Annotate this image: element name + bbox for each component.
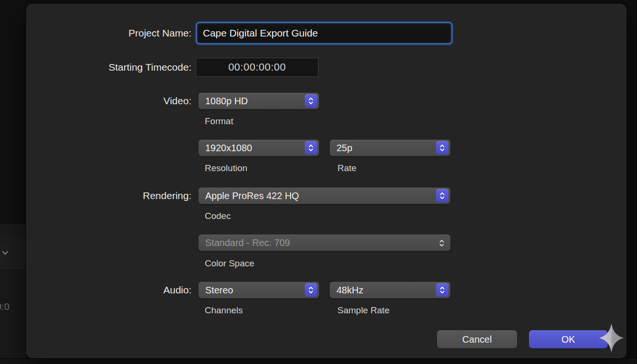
background-panel — [0, 241, 26, 269]
sample-rate-caption: Sample Rate — [337, 305, 390, 316]
codec-caption: Codec — [205, 211, 231, 221]
cancel-button[interactable]: Cancel — [437, 330, 517, 348]
ok-button[interactable]: OK — [529, 330, 608, 348]
codec-dropdown[interactable]: Apple ProRes 422 HQ — [198, 187, 451, 204]
starting-timecode-label: Starting Timecode: — [26, 58, 191, 77]
screen: 0:0 Project Name: Starting Timecode: 00:… — [0, 0, 637, 364]
project-settings-dialog: Project Name: Starting Timecode: 00:00:0… — [26, 4, 627, 358]
video-format-dropdown[interactable]: 1080p HD — [198, 92, 319, 109]
rate-value: 25p — [337, 140, 352, 156]
color-space-value: Standard - Rec. 709 — [205, 235, 290, 251]
background-partial-timecode: 0:0 — [0, 301, 25, 312]
resolution-dropdown[interactable]: 1920x1080 — [198, 139, 319, 156]
resolution-value: 1920x1080 — [205, 140, 252, 156]
rate-dropdown[interactable]: 25p — [329, 139, 451, 156]
stepper-icon — [436, 141, 448, 155]
codec-value: Apple ProRes 422 HQ — [205, 188, 299, 204]
video-label: Video: — [26, 92, 191, 109]
stepper-icon — [305, 283, 317, 297]
background-bottom-strip — [0, 358, 637, 364]
project-name-label: Project Name: — [26, 22, 191, 45]
audio-label: Audio: — [26, 282, 191, 299]
video-format-value: 1080p HD — [205, 93, 248, 109]
sample-rate-value: 48kHz — [337, 282, 364, 298]
format-caption: Format — [205, 116, 233, 127]
channels-caption: Channels — [205, 305, 243, 316]
background-panel: 0:0 — [0, 269, 26, 358]
rate-caption: Rate — [337, 163, 356, 173]
stepper-icon — [436, 283, 448, 297]
background-app-strip: 0:0 — [0, 0, 26, 364]
color-space-caption: Color Space — [205, 258, 255, 269]
rendering-label: Rendering: — [26, 187, 191, 204]
stepper-icon-disabled — [438, 237, 446, 250]
stepper-icon — [305, 141, 317, 155]
sample-rate-dropdown[interactable]: 48kHz — [329, 282, 451, 299]
color-space-dropdown: Standard - Rec. 709 — [198, 234, 451, 251]
resolution-caption: Resolution — [205, 163, 247, 173]
channels-value: Stereo — [205, 282, 233, 298]
background-panel — [0, 224, 26, 240]
stepper-icon — [436, 189, 448, 202]
stepper-icon — [305, 94, 317, 108]
chevron-down-icon — [1, 248, 9, 257]
project-name-input[interactable] — [196, 22, 453, 45]
starting-timecode-field[interactable]: 00:00:00:00 — [196, 58, 318, 77]
channels-dropdown[interactable]: Stereo — [198, 282, 319, 299]
